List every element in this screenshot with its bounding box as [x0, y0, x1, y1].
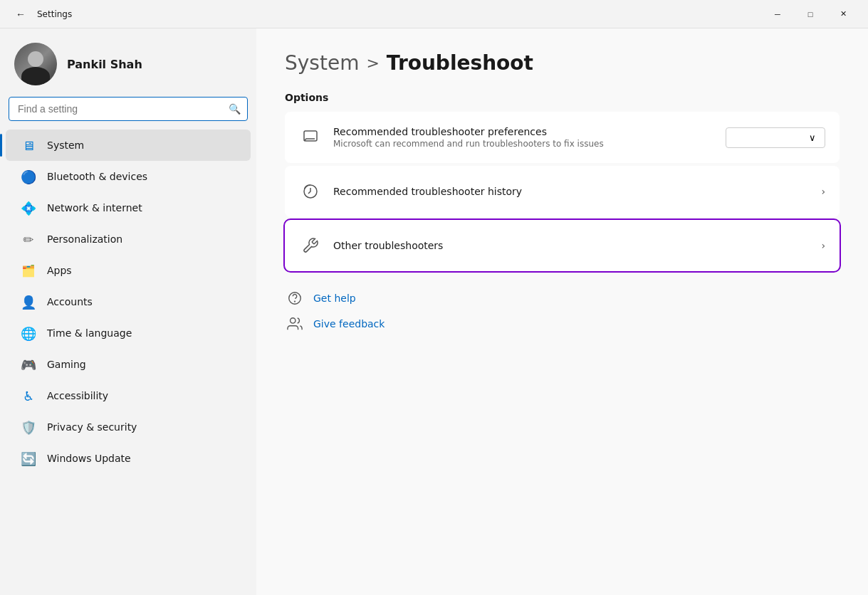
- apps-icon: 🗂️: [20, 262, 37, 279]
- titlebar-controls: ─ □ ✕: [761, 3, 859, 26]
- sidebar-item-network[interactable]: 💠 Network & internet: [6, 192, 251, 223]
- recommended-history-row[interactable]: Recommended troubleshooter history ›: [285, 166, 840, 217]
- give-feedback-link[interactable]: Give feedback: [313, 318, 385, 330]
- get-help-link[interactable]: Get help: [313, 293, 356, 304]
- gaming-icon: 🎮: [20, 356, 37, 373]
- titlebar: ← Settings ─ □ ✕: [0, 0, 868, 28]
- breadcrumb-current: Troubleshoot: [387, 51, 533, 75]
- avatar: [14, 43, 57, 85]
- sidebar-item-personalization[interactable]: ✏️ Personalization: [6, 223, 251, 255]
- wrench-icon: [299, 234, 322, 257]
- section-title: Options: [285, 92, 840, 103]
- time-icon: 🌐: [20, 325, 37, 342]
- chevron-down-icon: ∨: [809, 132, 816, 143]
- sidebar-label-accessibility: Accessibility: [47, 390, 108, 401]
- breadcrumb-system: System: [285, 51, 359, 75]
- titlebar-title: Settings: [37, 9, 72, 19]
- bluetooth-icon: 🔵: [20, 168, 37, 185]
- recommended-prefs-title: Recommended troubleshooter preferences: [333, 126, 714, 137]
- recommended-prefs-row[interactable]: Recommended troubleshooter preferences M…: [285, 112, 840, 163]
- chevron-right-icon: ›: [821, 186, 825, 197]
- sidebar-item-privacy[interactable]: 🛡️ Privacy & security: [6, 411, 251, 443]
- other-troubleshooters-control: ›: [821, 240, 825, 251]
- give-feedback-item[interactable]: Give feedback: [285, 314, 840, 334]
- accessibility-icon: ♿: [20, 387, 37, 404]
- other-troubleshooters-text: Other troubleshooters: [333, 240, 810, 251]
- sidebar-label-accounts: Accounts: [47, 296, 93, 307]
- sidebar-label-windows-update: Windows Update: [47, 453, 131, 464]
- sidebar-nav: 🖥 System 🔵 Bluetooth & devices 💠 Network…: [0, 130, 256, 474]
- sidebar-label-network: Network & internet: [47, 202, 142, 214]
- history-icon: [299, 180, 322, 203]
- sidebar-label-privacy: Privacy & security: [47, 421, 137, 433]
- titlebar-left: ← Settings: [11, 6, 72, 23]
- recommended-prefs-desc: Microsoft can recommend and run troubles…: [333, 139, 714, 149]
- other-troubleshooters-card: Other troubleshooters ›: [285, 220, 840, 271]
- privacy-icon: 🛡️: [20, 418, 37, 436]
- user-profile[interactable]: Pankil Shah: [0, 28, 256, 97]
- sidebar-item-windows-update[interactable]: 🔄 Windows Update: [6, 443, 251, 474]
- sidebar-label-apps: Apps: [47, 265, 72, 276]
- svg-point-4: [291, 318, 296, 323]
- other-troubleshooters-row[interactable]: Other troubleshooters ›: [285, 220, 840, 271]
- chat-icon: [299, 126, 322, 149]
- sidebar-item-accessibility[interactable]: ♿ Accessibility: [6, 380, 251, 411]
- link-section: Get help Give feedback: [285, 288, 840, 334]
- sidebar-label-personalization: Personalization: [47, 233, 122, 245]
- recommended-history-text: Recommended troubleshooter history: [333, 186, 810, 197]
- breadcrumb-separator: >: [366, 54, 379, 72]
- close-button[interactable]: ✕: [827, 3, 859, 26]
- other-troubleshooters-title: Other troubleshooters: [333, 240, 810, 251]
- accounts-icon: 👤: [20, 293, 37, 310]
- recommended-history-title: Recommended troubleshooter history: [333, 186, 810, 197]
- user-name: Pankil Shah: [67, 58, 142, 71]
- network-icon: 💠: [20, 199, 37, 216]
- avatar-image: [14, 43, 57, 85]
- app-body: Pankil Shah 🔍 🖥 System 🔵 Bluetooth & dev…: [0, 28, 868, 595]
- personalization-icon: ✏️: [20, 231, 37, 248]
- sidebar-label-system: System: [47, 139, 84, 151]
- recommended-prefs-card: Recommended troubleshooter preferences M…: [285, 112, 840, 163]
- back-button[interactable]: ←: [11, 6, 30, 23]
- breadcrumb: System > Troubleshoot: [285, 51, 840, 75]
- svg-point-3: [295, 301, 296, 302]
- sidebar-item-accounts[interactable]: 👤 Accounts: [6, 286, 251, 317]
- maximize-button[interactable]: □: [794, 3, 827, 26]
- sidebar-label-time: Time & language: [47, 327, 132, 339]
- sidebar-item-system[interactable]: 🖥 System: [6, 130, 251, 161]
- history-control: ›: [821, 186, 825, 197]
- sidebar-item-time[interactable]: 🌐 Time & language: [6, 317, 251, 349]
- search-box: 🔍: [9, 97, 248, 121]
- get-help-item[interactable]: Get help: [285, 288, 840, 308]
- prefs-dropdown[interactable]: ∨: [726, 127, 825, 148]
- sidebar-label-gaming: Gaming: [47, 359, 86, 370]
- recommended-history-card: Recommended troubleshooter history ›: [285, 166, 840, 217]
- sidebar-item-bluetooth[interactable]: 🔵 Bluetooth & devices: [6, 161, 251, 192]
- other-chevron-right-icon: ›: [821, 240, 825, 251]
- sidebar-item-apps[interactable]: 🗂️ Apps: [6, 255, 251, 286]
- recommended-prefs-text: Recommended troubleshooter preferences M…: [333, 126, 714, 149]
- search-input[interactable]: [9, 97, 248, 121]
- sidebar: Pankil Shah 🔍 🖥 System 🔵 Bluetooth & dev…: [0, 28, 256, 595]
- give-feedback-icon: [285, 314, 305, 334]
- system-icon: 🖥: [20, 137, 37, 154]
- search-icon: 🔍: [229, 103, 241, 115]
- recommended-prefs-control: ∨: [726, 127, 825, 148]
- minimize-button[interactable]: ─: [761, 3, 794, 26]
- get-help-icon: [285, 288, 305, 308]
- sidebar-item-gaming[interactable]: 🎮 Gaming: [6, 349, 251, 380]
- main-content: System > Troubleshoot Options Recommende…: [256, 28, 868, 595]
- windows-update-icon: 🔄: [20, 450, 37, 467]
- sidebar-label-bluetooth: Bluetooth & devices: [47, 171, 147, 182]
